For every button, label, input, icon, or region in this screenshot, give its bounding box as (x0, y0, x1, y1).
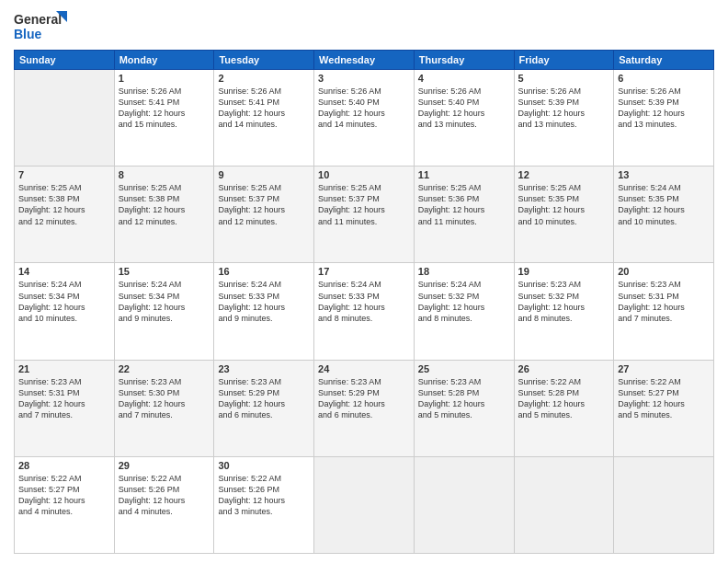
weekday-header-tuesday: Tuesday (214, 51, 314, 70)
calendar-cell: 6Sunrise: 5:26 AM Sunset: 5:39 PM Daylig… (614, 70, 714, 167)
weekday-header-friday: Friday (514, 51, 614, 70)
day-info: Sunrise: 5:25 AM Sunset: 5:37 PM Dayligh… (318, 182, 410, 227)
day-number: 17 (318, 266, 410, 277)
day-number: 19 (518, 266, 610, 277)
day-info: Sunrise: 5:22 AM Sunset: 5:26 PM Dayligh… (119, 473, 210, 518)
calendar-cell: 3Sunrise: 5:26 AM Sunset: 5:40 PM Daylig… (314, 70, 415, 167)
logo-svg: GeneralBlue (14, 9, 69, 42)
day-info: Sunrise: 5:24 AM Sunset: 5:33 PM Dayligh… (218, 279, 310, 324)
day-number: 2 (218, 73, 310, 84)
calendar-cell (314, 456, 415, 553)
day-number: 16 (218, 266, 310, 277)
day-info: Sunrise: 5:23 AM Sunset: 5:31 PM Dayligh… (618, 279, 710, 324)
day-number: 21 (18, 363, 110, 374)
day-info: Sunrise: 5:25 AM Sunset: 5:36 PM Dayligh… (418, 182, 510, 227)
calendar-cell: 11Sunrise: 5:25 AM Sunset: 5:36 PM Dayli… (414, 167, 514, 263)
day-number: 3 (318, 73, 410, 84)
day-info: Sunrise: 5:23 AM Sunset: 5:32 PM Dayligh… (518, 279, 610, 324)
day-info: Sunrise: 5:24 AM Sunset: 5:34 PM Dayligh… (119, 279, 210, 324)
day-info: Sunrise: 5:26 AM Sunset: 5:41 PM Dayligh… (119, 86, 210, 131)
day-number: 18 (418, 266, 510, 277)
calendar-cell: 2Sunrise: 5:26 AM Sunset: 5:41 PM Daylig… (214, 70, 314, 167)
calendar-cell: 25Sunrise: 5:23 AM Sunset: 5:28 PM Dayli… (414, 360, 514, 456)
calendar-cell: 10Sunrise: 5:25 AM Sunset: 5:37 PM Dayli… (314, 167, 415, 263)
day-number: 9 (218, 169, 310, 180)
calendar-cell: 19Sunrise: 5:23 AM Sunset: 5:32 PM Dayli… (514, 263, 614, 360)
day-number: 7 (18, 169, 110, 180)
calendar-cell: 18Sunrise: 5:24 AM Sunset: 5:32 PM Dayli… (414, 263, 514, 360)
weekday-header-thursday: Thursday (414, 51, 514, 70)
day-number: 24 (318, 363, 410, 374)
weekday-header-sunday: Sunday (15, 51, 115, 70)
calendar-cell: 9Sunrise: 5:25 AM Sunset: 5:37 PM Daylig… (214, 167, 314, 263)
day-number: 8 (119, 169, 210, 180)
calendar-cell (15, 70, 115, 167)
day-info: Sunrise: 5:23 AM Sunset: 5:30 PM Dayligh… (119, 376, 210, 421)
day-info: Sunrise: 5:25 AM Sunset: 5:35 PM Dayligh… (518, 182, 610, 227)
weekday-header-row: SundayMondayTuesdayWednesdayThursdayFrid… (15, 51, 714, 70)
day-info: Sunrise: 5:24 AM Sunset: 5:35 PM Dayligh… (618, 182, 710, 227)
day-info: Sunrise: 5:26 AM Sunset: 5:40 PM Dayligh… (418, 86, 510, 131)
calendar-cell: 28Sunrise: 5:22 AM Sunset: 5:27 PM Dayli… (15, 456, 115, 553)
day-number: 28 (18, 460, 110, 471)
day-number: 6 (618, 73, 710, 84)
svg-text:General: General (14, 12, 62, 27)
day-number: 4 (418, 73, 510, 84)
calendar-cell: 30Sunrise: 5:22 AM Sunset: 5:26 PM Dayli… (214, 456, 314, 553)
day-number: 26 (518, 363, 610, 374)
day-number: 23 (218, 363, 310, 374)
day-number: 27 (618, 363, 710, 374)
calendar-table: SundayMondayTuesdayWednesdayThursdayFrid… (14, 50, 714, 554)
calendar-cell (414, 456, 514, 553)
day-number: 1 (119, 73, 210, 84)
day-info: Sunrise: 5:25 AM Sunset: 5:38 PM Dayligh… (119, 182, 210, 227)
calendar-cell: 20Sunrise: 5:23 AM Sunset: 5:31 PM Dayli… (614, 263, 714, 360)
week-row-3: 14Sunrise: 5:24 AM Sunset: 5:34 PM Dayli… (15, 263, 714, 360)
header: GeneralBlue (14, 9, 714, 42)
day-number: 20 (618, 266, 710, 277)
day-info: Sunrise: 5:23 AM Sunset: 5:28 PM Dayligh… (418, 376, 510, 421)
calendar-cell: 4Sunrise: 5:26 AM Sunset: 5:40 PM Daylig… (414, 70, 514, 167)
weekday-header-monday: Monday (114, 51, 214, 70)
weekday-header-saturday: Saturday (614, 51, 714, 70)
day-info: Sunrise: 5:22 AM Sunset: 5:28 PM Dayligh… (518, 376, 610, 421)
logo: GeneralBlue (14, 9, 69, 42)
day-number: 30 (218, 460, 310, 471)
calendar-cell: 27Sunrise: 5:22 AM Sunset: 5:27 PM Dayli… (614, 360, 714, 456)
weekday-header-wednesday: Wednesday (314, 51, 415, 70)
calendar-cell: 23Sunrise: 5:23 AM Sunset: 5:29 PM Dayli… (214, 360, 314, 456)
calendar-cell: 22Sunrise: 5:23 AM Sunset: 5:30 PM Dayli… (114, 360, 214, 456)
day-number: 13 (618, 169, 710, 180)
day-info: Sunrise: 5:23 AM Sunset: 5:29 PM Dayligh… (218, 376, 310, 421)
calendar-cell: 1Sunrise: 5:26 AM Sunset: 5:41 PM Daylig… (114, 70, 214, 167)
day-info: Sunrise: 5:26 AM Sunset: 5:40 PM Dayligh… (318, 86, 410, 131)
day-info: Sunrise: 5:22 AM Sunset: 5:27 PM Dayligh… (18, 473, 110, 518)
calendar-cell: 5Sunrise: 5:26 AM Sunset: 5:39 PM Daylig… (514, 70, 614, 167)
day-info: Sunrise: 5:25 AM Sunset: 5:37 PM Dayligh… (218, 182, 310, 227)
calendar-cell: 8Sunrise: 5:25 AM Sunset: 5:38 PM Daylig… (114, 167, 214, 263)
day-info: Sunrise: 5:23 AM Sunset: 5:31 PM Dayligh… (18, 376, 110, 421)
calendar-cell: 13Sunrise: 5:24 AM Sunset: 5:35 PM Dayli… (614, 167, 714, 263)
day-info: Sunrise: 5:26 AM Sunset: 5:39 PM Dayligh… (518, 86, 610, 131)
svg-text:Blue: Blue (14, 27, 42, 41)
week-row-5: 28Sunrise: 5:22 AM Sunset: 5:27 PM Dayli… (15, 456, 714, 553)
day-number: 25 (418, 363, 510, 374)
day-info: Sunrise: 5:25 AM Sunset: 5:38 PM Dayligh… (18, 182, 110, 227)
day-number: 14 (18, 266, 110, 277)
day-info: Sunrise: 5:22 AM Sunset: 5:27 PM Dayligh… (618, 376, 710, 421)
calendar-cell: 17Sunrise: 5:24 AM Sunset: 5:33 PM Dayli… (314, 263, 415, 360)
calendar-cell (614, 456, 714, 553)
calendar-cell: 12Sunrise: 5:25 AM Sunset: 5:35 PM Dayli… (514, 167, 614, 263)
day-info: Sunrise: 5:23 AM Sunset: 5:29 PM Dayligh… (318, 376, 410, 421)
day-number: 22 (119, 363, 210, 374)
calendar-cell: 24Sunrise: 5:23 AM Sunset: 5:29 PM Dayli… (314, 360, 415, 456)
day-info: Sunrise: 5:24 AM Sunset: 5:32 PM Dayligh… (418, 279, 510, 324)
page: GeneralBlue SundayMondayTuesdayWednesday… (0, 0, 728, 563)
calendar-cell: 29Sunrise: 5:22 AM Sunset: 5:26 PM Dayli… (114, 456, 214, 553)
week-row-1: 1Sunrise: 5:26 AM Sunset: 5:41 PM Daylig… (15, 70, 714, 167)
calendar-cell: 7Sunrise: 5:25 AM Sunset: 5:38 PM Daylig… (15, 167, 115, 263)
day-number: 15 (119, 266, 210, 277)
day-number: 12 (518, 169, 610, 180)
day-number: 11 (418, 169, 510, 180)
calendar-cell: 16Sunrise: 5:24 AM Sunset: 5:33 PM Dayli… (214, 263, 314, 360)
